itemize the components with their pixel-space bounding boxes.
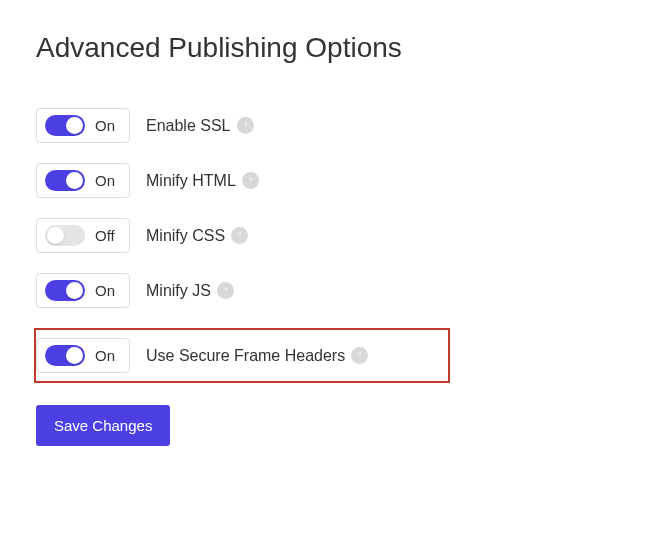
toggle-minify-html[interactable]: On bbox=[36, 163, 130, 198]
toggle-thumb bbox=[66, 282, 83, 299]
toggle-state-label: On bbox=[95, 282, 115, 299]
option-label: Use Secure Frame Headers bbox=[146, 347, 345, 365]
help-icon[interactable] bbox=[231, 227, 248, 244]
toggle-minify-js[interactable]: On bbox=[36, 273, 130, 308]
toggle-thumb bbox=[66, 117, 83, 134]
option-label: Enable SSL bbox=[146, 117, 231, 135]
toggle-track[interactable] bbox=[45, 170, 85, 191]
options-list: On Enable SSL On Minify HTML O bbox=[36, 108, 636, 383]
option-row-minify-js: On Minify JS bbox=[36, 273, 636, 308]
toggle-state-label: Off bbox=[95, 227, 115, 244]
option-row-minify-html: On Minify HTML bbox=[36, 163, 636, 198]
toggle-track[interactable] bbox=[45, 345, 85, 366]
toggle-thumb bbox=[47, 227, 64, 244]
help-icon[interactable] bbox=[351, 347, 368, 364]
toggle-state-label: On bbox=[95, 117, 115, 134]
toggle-use-secure-frame-headers[interactable]: On bbox=[36, 338, 130, 373]
option-label-wrap: Enable SSL bbox=[146, 117, 254, 135]
toggle-minify-css[interactable]: Off bbox=[36, 218, 130, 253]
option-label-wrap: Minify JS bbox=[146, 282, 234, 300]
help-icon[interactable] bbox=[242, 172, 259, 189]
option-label-wrap: Minify CSS bbox=[146, 227, 248, 245]
option-label: Minify JS bbox=[146, 282, 211, 300]
help-icon[interactable] bbox=[217, 282, 234, 299]
option-label-wrap: Use Secure Frame Headers bbox=[146, 347, 368, 365]
help-icon[interactable] bbox=[237, 117, 254, 134]
toggle-thumb bbox=[66, 172, 83, 189]
toggle-track[interactable] bbox=[45, 115, 85, 136]
toggle-track[interactable] bbox=[45, 280, 85, 301]
toggle-state-label: On bbox=[95, 172, 115, 189]
option-row-enable-ssl: On Enable SSL bbox=[36, 108, 636, 143]
option-label: Minify HTML bbox=[146, 172, 236, 190]
save-changes-button[interactable]: Save Changes bbox=[36, 405, 170, 446]
option-label: Minify CSS bbox=[146, 227, 225, 245]
toggle-track[interactable] bbox=[45, 225, 85, 246]
option-label-wrap: Minify HTML bbox=[146, 172, 259, 190]
option-row-use-secure-frame-headers: On Use Secure Frame Headers bbox=[34, 328, 450, 383]
toggle-state-label: On bbox=[95, 347, 115, 364]
toggle-thumb bbox=[66, 347, 83, 364]
page-title: Advanced Publishing Options bbox=[36, 32, 636, 64]
toggle-enable-ssl[interactable]: On bbox=[36, 108, 130, 143]
option-row-minify-css: Off Minify CSS bbox=[36, 218, 636, 253]
